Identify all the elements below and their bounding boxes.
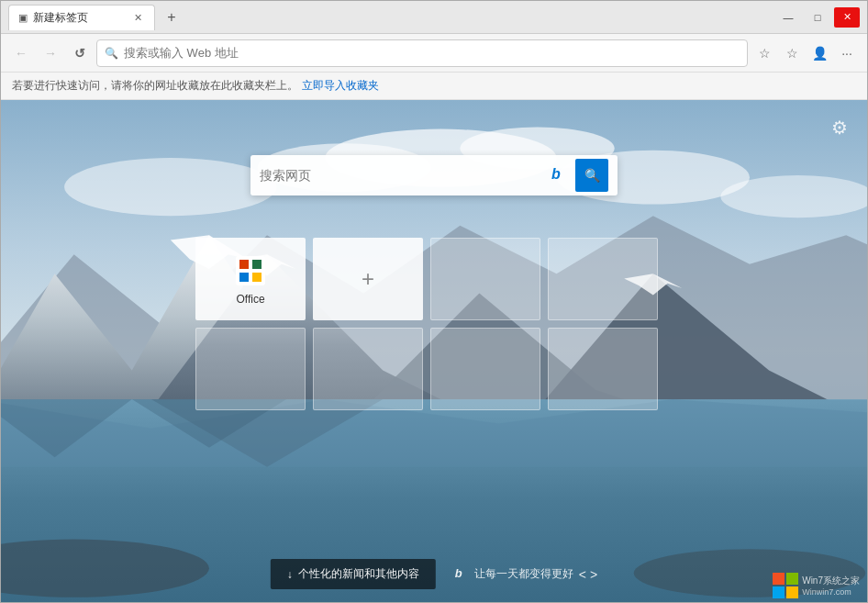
office-tile[interactable]: Office (195, 238, 306, 320)
gear-icon: ⚙ (831, 117, 848, 139)
slogan-nav-arrows: < > (579, 567, 597, 582)
reading-list-button[interactable]: ☆ (779, 40, 805, 66)
slogan-area: b 让每一天都变得更好 < > (454, 565, 597, 583)
office-tile-label: Office (236, 293, 264, 306)
watermark-site: Win7系统之家 (802, 575, 860, 587)
close-button[interactable]: ✕ (834, 7, 860, 28)
empty-tile-3[interactable] (195, 328, 306, 410)
empty-tile-2[interactable] (548, 238, 658, 320)
personalize-button[interactable]: ↓ 个性化的新闻和其他内容 (271, 559, 436, 589)
empty-tile-1[interactable] (430, 238, 540, 320)
search-box: b 🔍 (250, 155, 618, 195)
tab-close-button[interactable]: ✕ (130, 10, 145, 25)
new-tab-page: ⚙ b 🔍 (1, 100, 867, 602)
back-button[interactable]: ← (8, 40, 34, 66)
bookmarks-hint: 若要进行快速访问，请将你的网址收藏放在此收藏夹栏上。 (12, 78, 298, 94)
navigation-bar: ← → ↺ 🔍 ☆ ☆ 👤 ··· (1, 34, 867, 73)
address-bar[interactable]: 🔍 (96, 39, 748, 67)
slogan-prev-arrow[interactable]: < (579, 567, 586, 582)
svg-rect-29 (786, 573, 798, 585)
search-input[interactable] (260, 168, 542, 183)
bing-logo: b (550, 164, 568, 187)
personalize-label: 个性化的新闻和其他内容 (298, 566, 419, 582)
svg-point-5 (64, 158, 276, 216)
bottom-bar: ↓ 个性化的新闻和其他内容 b 让每一天都变得更好 < > (271, 559, 597, 589)
office-icon (232, 252, 269, 289)
bing-small-logo: b (454, 565, 469, 583)
bookmarks-bar: 若要进行快速访问，请将你的网址收藏放在此收藏夹栏上。 立即导入收藏夹 (1, 73, 867, 100)
quick-access-tiles: Office + (195, 238, 673, 410)
tab-title: 新建标签页 (33, 10, 88, 26)
empty-tile-4[interactable] (313, 328, 423, 410)
svg-rect-24 (252, 260, 262, 269)
svg-rect-31 (786, 586, 798, 598)
windows-logo (773, 573, 798, 598)
watermark-url: Winwin7.com (802, 587, 860, 597)
slogan-next-arrow[interactable]: > (590, 567, 597, 582)
forward-button[interactable]: → (38, 40, 63, 66)
svg-text:b: b (551, 166, 561, 182)
svg-rect-28 (773, 573, 785, 585)
empty-tile-6[interactable] (548, 328, 658, 410)
search-icon: 🔍 (584, 168, 600, 183)
slogan-text: 让每一天都变得更好 (474, 566, 573, 582)
watermark: Win7系统之家 Winwin7.com (765, 569, 867, 602)
active-tab[interactable]: ▣ 新建标签页 ✕ (8, 5, 155, 30)
settings-gear-button[interactable]: ⚙ (825, 113, 854, 142)
tabs-area: ▣ 新建标签页 ✕ + (8, 5, 768, 30)
window-controls: — □ ✕ (775, 7, 860, 28)
empty-tile-5[interactable] (430, 328, 540, 410)
svg-rect-23 (239, 260, 249, 269)
browser-window: ▣ 新建标签页 ✕ + — □ ✕ ← → ↺ 🔍 ☆ ☆ 👤 ··· 若要进行… (0, 0, 868, 603)
svg-rect-25 (239, 273, 249, 282)
personalize-icon: ↓ (287, 568, 293, 581)
tab-favicon: ▣ (18, 12, 28, 24)
minimize-button[interactable]: — (775, 7, 801, 28)
maximize-button[interactable]: □ (805, 7, 830, 28)
svg-rect-30 (773, 586, 785, 598)
favorites-button[interactable]: ☆ (751, 40, 777, 66)
address-search-icon: 🔍 (105, 47, 118, 60)
profile-button[interactable]: 👤 (807, 40, 832, 66)
new-tab-button[interactable]: + (159, 5, 184, 30)
svg-text:b: b (455, 566, 462, 580)
search-button[interactable]: 🔍 (575, 159, 608, 192)
add-icon: + (362, 266, 374, 292)
svg-rect-26 (252, 273, 262, 282)
refresh-button[interactable]: ↺ (67, 40, 93, 66)
import-favorites-link[interactable]: 立即导入收藏夹 (302, 78, 379, 94)
watermark-text-area: Win7系统之家 Winwin7.com (802, 575, 860, 597)
title-bar: ▣ 新建标签页 ✕ + — □ ✕ (1, 1, 867, 34)
more-button[interactable]: ··· (834, 40, 860, 66)
address-input[interactable] (124, 46, 740, 60)
nav-actions: ☆ ☆ 👤 ··· (751, 40, 860, 66)
add-tile[interactable]: + (313, 238, 423, 320)
search-container: b 🔍 (250, 155, 618, 195)
